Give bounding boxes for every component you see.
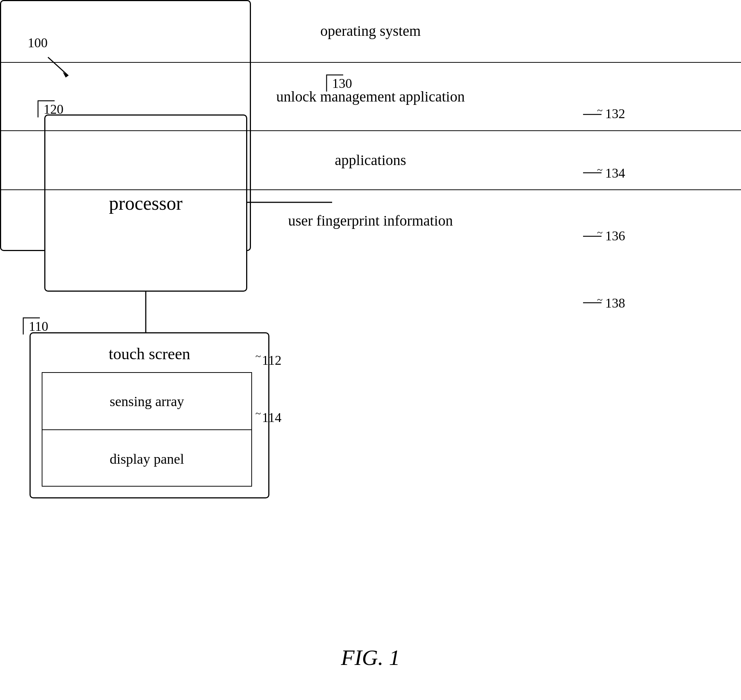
sensing-array-row: sensing array — [43, 373, 251, 430]
bracket-110 — [21, 316, 42, 336]
applications-label: applications — [327, 147, 413, 174]
figure-caption: FIG. 1 — [341, 645, 400, 671]
svg-text:~: ~ — [597, 164, 603, 175]
tilde-136: ~ — [597, 227, 608, 238]
fingerprint-label: user fingerprint information — [281, 207, 461, 234]
touchscreen-box: touch screen sensing array display panel — [29, 332, 269, 499]
diagram-container: 100 processor 120 operating system unloc… — [0, 0, 741, 700]
display-panel-row: display panel — [43, 430, 251, 487]
tilde-138: ~ — [597, 294, 608, 305]
svg-text:~: ~ — [597, 105, 603, 116]
ref-132: 132 — [605, 106, 625, 122]
unlock-label: unlock management application — [269, 84, 472, 110]
svg-text:~: ~ — [597, 227, 603, 238]
touchscreen-label: touch screen — [31, 344, 268, 363]
bracket-130 — [325, 73, 345, 93]
display-panel-label: display panel — [110, 451, 184, 467]
tilde-114: ~ — [255, 408, 266, 419]
os-label: operating system — [313, 18, 428, 44]
tilde-134: ~ — [597, 164, 608, 175]
row-unlock: unlock management application — [0, 63, 741, 131]
svg-text:~: ~ — [255, 408, 261, 419]
inner-boxes: sensing array display panel — [42, 372, 252, 487]
row-applications: applications — [0, 131, 741, 190]
svg-text:~: ~ — [597, 294, 603, 305]
sensing-array-label: sensing array — [110, 393, 184, 409]
tilde-112: ~ — [255, 351, 266, 362]
memory-box: operating system unlock management appli… — [0, 0, 251, 251]
row-os: operating system — [0, 0, 741, 63]
ref-138: 138 — [605, 296, 625, 311]
ref-136: 136 — [605, 228, 625, 244]
row-fingerprint: user fingerprint information — [0, 190, 741, 251]
ref-134: 134 — [605, 165, 625, 181]
tilde-132: ~ — [597, 105, 608, 116]
svg-text:~: ~ — [255, 351, 261, 362]
